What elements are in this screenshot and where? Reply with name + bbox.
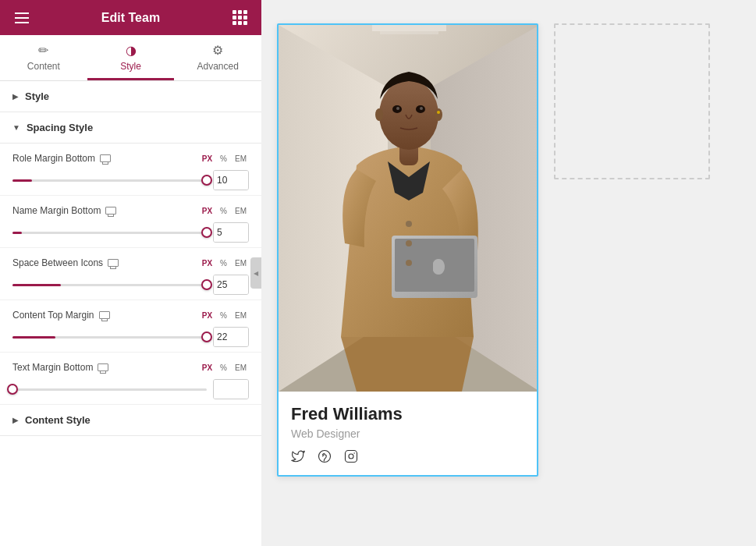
monitor-icon-space — [108, 259, 119, 267]
twitter-icon[interactable] — [291, 449, 305, 467]
control-role-margin-bottom: Role Margin Bottom PX % EM — [0, 144, 261, 196]
number-input-name[interactable]: ▲ ▼ — [213, 222, 249, 243]
slider-row-name: ▲ ▼ — [12, 222, 249, 243]
tab-style[interactable]: ◑ Style — [87, 35, 175, 80]
card-person-role: Web Designer — [291, 427, 524, 440]
slider-row-content: ▲ ▼ — [12, 327, 249, 347]
slider-row-space: ▲ ▼ — [12, 275, 249, 295]
slider-name[interactable] — [12, 225, 207, 240]
role-margin-label: Role Margin Bottom — [12, 153, 95, 164]
number-input-text[interactable]: ▲ ▼ — [213, 379, 249, 399]
pinterest-icon[interactable] — [318, 449, 332, 467]
empty-card — [554, 23, 710, 179]
unit-em-role[interactable]: EM — [232, 154, 249, 164]
svg-point-17 — [406, 221, 412, 227]
hamburger-icon — [15, 12, 29, 23]
unit-buttons-content: PX % EM — [200, 310, 249, 321]
unit-em-name[interactable]: EM — [232, 206, 249, 216]
unit-buttons-role: PX % EM — [200, 154, 249, 164]
header: Edit Team — [0, 0, 261, 35]
control-name-margin-bottom: Name Margin Bottom PX % EM — [0, 196, 261, 248]
content-style-arrow-icon: ▶ — [12, 416, 19, 424]
control-text-margin-bottom: Text Margin Bottom PX % EM — [0, 353, 261, 405]
name-margin-label: Name Margin Bottom — [12, 205, 101, 216]
unit-buttons-name: PX % EM — [200, 206, 249, 216]
svg-point-19 — [406, 260, 412, 266]
team-card[interactable]: Fred Williams Web Designer — [277, 23, 538, 477]
role-margin-value[interactable] — [214, 171, 249, 190]
number-input-role[interactable]: ▲ ▼ — [213, 170, 249, 190]
monitor-icon-role — [100, 154, 111, 162]
unit-pct-content[interactable]: % — [218, 310, 229, 321]
tab-advanced-label: Advanced — [197, 61, 238, 72]
text-margin-value[interactable] — [214, 380, 249, 399]
spacing-style-section: ▼ Spacing Style Role Margin Bottom PX % … — [0, 112, 261, 405]
card-photo — [279, 25, 537, 392]
style-arrow-icon: ▶ — [12, 92, 19, 101]
unit-px-content[interactable]: PX — [200, 310, 215, 321]
unit-pct-text[interactable]: % — [218, 363, 229, 373]
monitor-icon-text — [98, 363, 108, 371]
control-space-between-icons: Space Between Icons PX % EM — [0, 248, 261, 300]
unit-px-name[interactable]: PX — [200, 206, 215, 216]
content-top-value[interactable] — [214, 328, 249, 346]
name-margin-value[interactable] — [214, 223, 249, 242]
unit-pct-role[interactable]: % — [218, 154, 229, 164]
svg-point-12 — [396, 107, 399, 110]
instagram-icon[interactable] — [344, 449, 358, 467]
panel-content: ▶ Style ▼ Spacing Style Role Margin Bott… — [0, 81, 261, 546]
unit-px-text[interactable]: PX — [200, 363, 215, 373]
unit-buttons-text: PX % EM — [200, 363, 249, 373]
right-panel: Fred Williams Web Designer — [261, 0, 756, 546]
resize-handle[interactable] — [250, 257, 261, 289]
slider-row-text: ▲ ▼ — [12, 379, 249, 399]
spacing-style-header[interactable]: ▼ Spacing Style — [0, 112, 261, 144]
content-top-label: Content Top Margin — [12, 310, 94, 321]
unit-em-text[interactable]: EM — [232, 363, 249, 373]
grid-button[interactable] — [230, 9, 249, 27]
spacing-style-label: Spacing Style — [27, 122, 93, 133]
unit-em-content[interactable]: EM — [232, 310, 249, 321]
content-style-label: Content Style — [25, 414, 91, 426]
tab-style-label: Style — [120, 61, 141, 72]
space-icons-value[interactable] — [214, 275, 249, 294]
slider-content[interactable] — [12, 329, 207, 345]
card-social-icons — [291, 449, 524, 467]
slider-role[interactable] — [12, 172, 207, 188]
style-icon: ◑ — [126, 43, 137, 58]
monitor-icon-content — [99, 311, 110, 319]
page-title: Edit Team — [101, 11, 160, 25]
svg-rect-21 — [346, 451, 357, 463]
tab-content[interactable]: ✏ Content — [0, 35, 87, 80]
card-person-name: Fred Williams — [291, 404, 524, 424]
slider-space[interactable] — [12, 277, 207, 292]
svg-rect-4 — [380, 31, 438, 34]
spacing-arrow-icon: ▼ — [12, 123, 20, 132]
number-input-content[interactable]: ▲ ▼ — [213, 327, 249, 347]
svg-point-14 — [435, 108, 442, 121]
content-icon: ✏ — [38, 43, 48, 58]
style-section-header[interactable]: ▶ Style — [0, 81, 261, 112]
style-section-label: Style — [25, 90, 49, 102]
unit-buttons-space: PX % EM — [200, 258, 249, 268]
text-margin-label: Text Margin Bottom — [12, 362, 93, 373]
unit-pct-name[interactable]: % — [218, 206, 229, 216]
slider-text[interactable] — [12, 381, 207, 397]
unit-pct-space[interactable]: % — [218, 258, 229, 268]
tab-advanced[interactable]: ⚙ Advanced — [174, 35, 261, 80]
advanced-icon: ⚙ — [212, 43, 223, 58]
unit-px-role[interactable]: PX — [200, 154, 215, 164]
menu-button[interactable] — [12, 9, 31, 27]
svg-point-22 — [349, 454, 353, 459]
content-style-section-header[interactable]: ▶ Content Style — [0, 405, 261, 436]
svg-rect-3 — [372, 25, 446, 31]
space-icons-label: Space Between Icons — [12, 257, 103, 268]
number-input-space[interactable]: ▲ ▼ — [213, 275, 249, 295]
svg-point-18 — [406, 240, 412, 246]
card-body: Fred Williams Web Designer — [279, 392, 537, 475]
card-image-container — [279, 25, 537, 392]
unit-em-space[interactable]: EM — [232, 258, 249, 268]
svg-point-23 — [353, 452, 355, 454]
unit-px-space[interactable]: PX — [200, 258, 215, 268]
svg-point-9 — [379, 80, 438, 150]
